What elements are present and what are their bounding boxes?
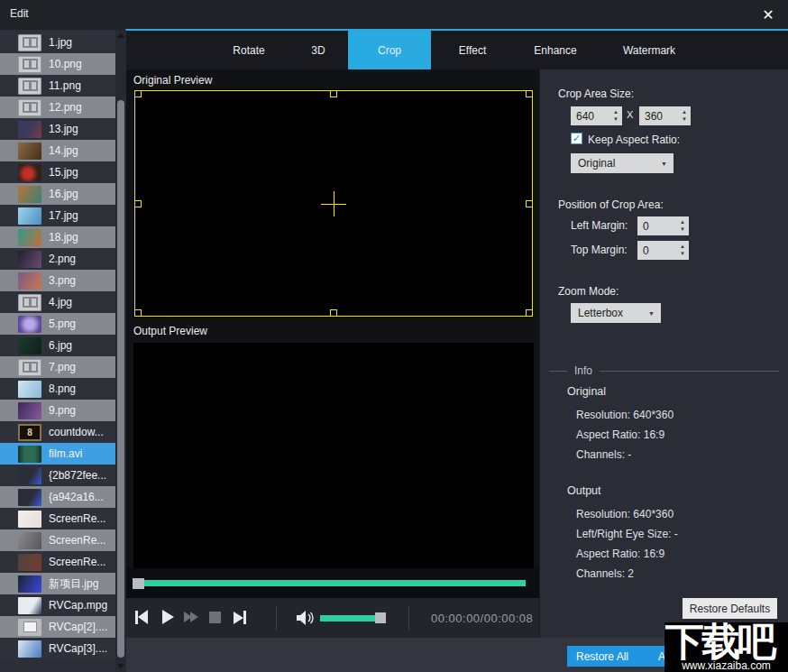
spin-down-icon[interactable]: ▼	[613, 116, 618, 124]
volume-handle[interactable]	[375, 612, 386, 623]
file-name: {2b872fee...	[49, 469, 106, 482]
crop-handle-bottom-center[interactable]	[330, 309, 337, 317]
crop-handle-bottom-right[interactable]	[526, 309, 533, 317]
file-name: ScreenRe...	[49, 512, 105, 525]
skip-to-end-button[interactable]	[234, 611, 246, 624]
file-thumbnail	[18, 337, 41, 354]
file-row[interactable]: 11.png	[0, 75, 115, 97]
scroll-down-icon[interactable]	[117, 664, 124, 668]
zoom-mode-dropdown[interactable]: Letterbox ▼	[571, 303, 661, 323]
top-margin-spinner[interactable]: 0 ▲ ▼	[637, 241, 689, 260]
left-margin-spinner[interactable]: 0 ▲ ▼	[637, 216, 689, 235]
keep-aspect-checkbox[interactable]: ✓	[571, 133, 582, 144]
tab-enhance[interactable]: Enhance	[514, 31, 597, 69]
close-icon[interactable]: ✕	[757, 5, 779, 26]
file-thumbnail	[18, 640, 41, 658]
file-row[interactable]: film.avi	[0, 443, 115, 465]
spin-up-icon[interactable]: ▲	[680, 244, 685, 251]
file-name: 6.jpg	[49, 339, 72, 352]
file-row[interactable]: ScreenRe...	[0, 508, 115, 529]
spin-down-icon[interactable]: ▼	[680, 251, 685, 258]
seek-bar[interactable]	[126, 568, 539, 598]
skip-end-icon	[234, 612, 243, 624]
tab-rotate[interactable]: Rotate	[207, 31, 290, 69]
seek-track[interactable]	[144, 580, 526, 586]
file-name: 8.png	[49, 382, 76, 395]
file-row[interactable]: 14.jpg	[0, 140, 115, 161]
stop-button[interactable]	[209, 612, 221, 623]
output-info-line: Resolution: 640*360	[576, 504, 678, 524]
spin-up-icon[interactable]: ▲	[682, 109, 687, 116]
file-row[interactable]: 13.jpg	[0, 118, 115, 140]
file-row[interactable]: 15.jpg	[0, 161, 115, 183]
file-row[interactable]: RVCap.mpg	[0, 594, 115, 616]
skip-to-start-button[interactable]	[135, 610, 148, 624]
file-row[interactable]: 新项目.jpg	[0, 573, 115, 594]
file-row[interactable]: RVCap[3]....	[0, 638, 115, 659]
file-row[interactable]: 8.png	[0, 378, 115, 400]
spin-down-icon[interactable]: ▼	[682, 116, 687, 124]
crop-height-spinner[interactable]: 360 ▲ ▼	[639, 106, 691, 125]
crop-marquee[interactable]	[134, 90, 533, 317]
scrollbar-thumb[interactable]	[117, 100, 124, 658]
file-row[interactable]: 10.png	[0, 53, 115, 75]
stop-icon	[209, 612, 221, 623]
scroll-up-icon[interactable]	[117, 33, 124, 38]
file-row[interactable]: 17.jpg	[0, 205, 115, 226]
original-info-line: Aspect Ratio: 16:9	[576, 425, 673, 445]
file-thumbnail	[18, 467, 41, 484]
crop-handle-top-right[interactable]	[526, 90, 533, 97]
tab-watermark[interactable]: Watermark	[597, 31, 701, 69]
file-row[interactable]: 9.png	[0, 400, 115, 421]
fast-forward-button[interactable]	[184, 612, 198, 622]
crop-handle-middle-right[interactable]	[526, 200, 533, 207]
crop-handle-top-left[interactable]	[134, 90, 142, 97]
file-thumbnail	[18, 143, 41, 160]
sidebar-scrollbar[interactable]	[115, 30, 126, 672]
file-row[interactable]: 12.png	[0, 97, 115, 118]
file-row[interactable]: ScreenRe...	[0, 551, 115, 573]
file-row[interactable]: {2b872fee...	[0, 465, 115, 486]
crop-handle-top-center[interactable]	[330, 90, 337, 97]
tab-effect[interactable]: Effect	[431, 31, 514, 69]
spin-up-icon[interactable]: ▲	[680, 219, 685, 226]
restore-all-button[interactable]: Restore All	[567, 646, 637, 667]
spin-down-icon[interactable]: ▼	[680, 226, 685, 234]
top-margin-value[interactable]: 0	[637, 244, 676, 257]
left-margin-value[interactable]: 0	[637, 220, 676, 233]
output-info-title: Output	[567, 484, 601, 497]
file-row[interactable]: 5.png	[0, 313, 115, 335]
crop-handle-bottom-left[interactable]	[134, 309, 142, 317]
file-row[interactable]: 6.jpg	[0, 335, 115, 356]
original-preview[interactable]	[133, 89, 534, 318]
tab-3d[interactable]: 3D	[290, 31, 346, 69]
file-row[interactable]: 2.png	[0, 248, 115, 270]
restore-defaults-button[interactable]: Restore Defaults	[683, 598, 777, 619]
file-row[interactable]: {a942a16...	[0, 486, 115, 508]
crop-width-spinner[interactable]: 640 ▲ ▼	[571, 106, 622, 125]
spin-up-icon[interactable]: ▲	[613, 109, 618, 116]
tab-crop[interactable]: Crop	[348, 31, 431, 69]
play-button[interactable]	[162, 610, 174, 624]
file-row[interactable]: RVCap[2]....	[0, 616, 115, 638]
file-thumbnail	[18, 121, 41, 138]
crop-width-value[interactable]: 640	[571, 110, 609, 123]
file-thumbnail	[18, 316, 41, 333]
crop-handle-middle-left[interactable]	[134, 200, 142, 207]
file-row[interactable]: 16.jpg	[0, 183, 115, 205]
volume-slider[interactable]	[320, 615, 377, 621]
file-name: RVCap.mpg	[49, 599, 107, 612]
seek-handle[interactable]	[133, 578, 144, 589]
crop-height-value[interactable]: 360	[639, 110, 678, 123]
file-row[interactable]: 7.png	[0, 356, 115, 378]
file-row[interactable]: 18.jpg	[0, 226, 115, 248]
file-name: ScreenRe...	[49, 556, 105, 568]
aspect-ratio-dropdown[interactable]: Original ▼	[571, 153, 673, 173]
file-row[interactable]: ScreenRe...	[0, 529, 115, 551]
file-row[interactable]: 3.png	[0, 270, 115, 291]
mute-button[interactable]	[296, 610, 315, 626]
file-row[interactable]: 8countdow...	[0, 421, 115, 443]
file-thumbnail	[18, 251, 41, 268]
file-row[interactable]: 4.jpg	[0, 291, 115, 313]
file-row[interactable]: 1.jpg	[0, 32, 115, 53]
